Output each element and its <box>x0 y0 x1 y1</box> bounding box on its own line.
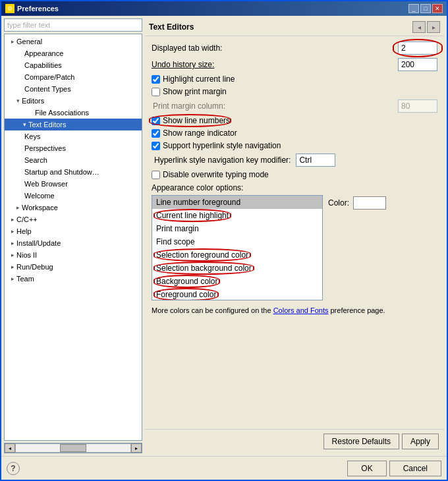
bottom-bar: ? OK Cancel <box>1 456 447 480</box>
cancel-button[interactable]: Cancel <box>389 461 441 476</box>
tree-item-general[interactable]: ▸ General <box>5 36 142 47</box>
show-range-checkbox[interactable] <box>152 129 160 138</box>
right-panel-title: Text Editors <box>149 22 194 32</box>
color-item-selection-bg[interactable]: Selection background color <box>152 262 322 275</box>
show-line-numbers-checkbox[interactable] <box>152 117 160 125</box>
expander-general: ▸ <box>9 38 16 45</box>
scroll-left-btn[interactable]: ◂ <box>5 443 15 453</box>
tree-item-capabilities[interactable]: Capabilities <box>5 59 142 71</box>
undo-label: Undo history size: <box>152 60 214 69</box>
print-margin-input[interactable] <box>398 99 437 113</box>
tree-item-workspace[interactable]: ▸ Workspace <box>5 202 142 213</box>
expander-appearance <box>16 49 24 57</box>
title-bar-left: ⚙ Preferences <box>5 4 59 13</box>
show-range-label: Show range indicator <box>163 128 237 138</box>
preferences-window: ⚙ Preferences _ □ ✕ ▸ General <box>0 0 448 481</box>
tree-item-team[interactable]: ▸ Team <box>5 273 142 285</box>
apply-button[interactable]: Apply <box>402 434 439 449</box>
hyperlink-nav-label: Support hyperlink style navigation <box>163 141 281 150</box>
color-item-selection-fg[interactable]: Selection foreground color <box>152 248 322 262</box>
show-print-margin-row: Show print margin <box>152 87 437 96</box>
close-button[interactable]: ✕ <box>432 4 443 13</box>
content-area: ▸ General Appearance Capabilities <box>1 16 447 456</box>
color-right-panel: Color: <box>328 195 386 210</box>
left-panel: ▸ General Appearance Capabilities <box>4 18 142 453</box>
help-icon[interactable]: ? <box>7 462 20 475</box>
undo-input[interactable] <box>398 58 437 71</box>
ok-button[interactable]: OK <box>347 461 386 476</box>
right-footer: Restore Defaults Apply <box>145 429 444 453</box>
color-swatch[interactable] <box>353 196 386 210</box>
tree-item-content-types[interactable]: Content Types <box>5 83 142 95</box>
scroll-right-btn[interactable]: ▸ <box>131 443 142 453</box>
tree-label-team: Team <box>16 275 34 283</box>
color-section-label: Appearance color options: <box>152 183 437 192</box>
tree-item-cpp[interactable]: ▸ C/C++ <box>5 213 142 225</box>
disable-overwrite-checkbox[interactable] <box>152 171 160 179</box>
colors-and-fonts-link[interactable]: Colors and Fonts <box>273 306 329 314</box>
expander-run-debug: ▸ <box>9 263 16 271</box>
show-print-margin-checkbox[interactable] <box>152 88 160 96</box>
show-range-row: Show range indicator <box>152 128 437 138</box>
minimize-button[interactable]: _ <box>408 4 419 13</box>
nav-buttons: ◂ ▸ <box>412 21 440 33</box>
hyperlink-modifier-row: Hyperlink style navigation key modifier: <box>154 154 437 167</box>
tab-width-input[interactable] <box>398 42 437 55</box>
color-label: Color: <box>328 198 349 208</box>
tab-width-row: Displayed tab width: <box>152 42 437 55</box>
tree-label-capabilities: Capabilities <box>24 61 62 69</box>
expander-nios2: ▸ <box>9 251 16 259</box>
hyperlink-nav-checkbox[interactable] <box>152 142 160 150</box>
tree-item-text-editors[interactable]: ▾ Text Editors <box>5 119 142 130</box>
tree-label-general: General <box>16 38 42 45</box>
nav-forward-button[interactable]: ▸ <box>427 21 440 33</box>
tree-item-file-assoc[interactable]: File Associations <box>5 107 142 119</box>
tree-item-run-debug[interactable]: ▸ Run/Debug <box>5 261 142 273</box>
tree-label-startup: Startup and Shutdow… <box>24 168 99 176</box>
filter-input[interactable] <box>4 18 142 32</box>
color-item-foreground[interactable]: Foreground color <box>152 288 322 300</box>
tree-item-compare[interactable]: Compare/Patch <box>5 71 142 83</box>
tree-label-keys: Keys <box>24 132 40 140</box>
show-line-numbers-label: Show line numbers <box>163 116 230 125</box>
maximize-button[interactable]: □ <box>420 4 431 13</box>
expander-capabilities <box>16 61 24 69</box>
color-options-container: Line number foreground Current line high… <box>152 195 437 300</box>
tree-item-keys[interactable]: Keys <box>5 130 142 142</box>
show-line-numbers-row: Show line numbers <box>152 116 437 125</box>
highlight-line-checkbox[interactable] <box>152 75 160 84</box>
color-item-current-line[interactable]: Current line highlight <box>152 209 322 222</box>
expander-file-assoc <box>27 109 35 117</box>
tree-item-help[interactable]: ▸ Help <box>5 225 142 237</box>
color-item-line-number-fg[interactable]: Line number foreground <box>152 196 322 209</box>
nav-back-button[interactable]: ◂ <box>412 21 426 33</box>
hyperlink-modifier-input[interactable] <box>296 154 335 167</box>
tree-item-editors[interactable]: ▾ Editors <box>5 95 142 107</box>
tree-item-perspectives[interactable]: Perspectives <box>5 142 142 154</box>
title-bar: ⚙ Preferences _ □ ✕ <box>1 1 447 16</box>
color-item-find-scope[interactable]: Find scope <box>152 235 322 248</box>
hyperlink-modifier-label: Hyperlink style navigation key modifier: <box>154 156 291 165</box>
tree-label-compare: Compare/Patch <box>24 73 74 81</box>
tree-label-appearance: Appearance <box>24 49 63 57</box>
restore-defaults-button[interactable]: Restore Defaults <box>323 434 399 449</box>
title-buttons: _ □ ✕ <box>408 4 443 13</box>
tree-item-nios2[interactable]: ▸ Nios II <box>5 249 142 261</box>
expander-install: ▸ <box>9 239 16 247</box>
expander-text-editors: ▾ <box>20 121 28 128</box>
scroll-track[interactable] <box>15 443 131 453</box>
tree-item-welcome[interactable]: Welcome <box>5 190 142 202</box>
tree-item-startup[interactable]: Startup and Shutdow… <box>5 166 142 178</box>
color-label-row: Color: <box>328 196 386 210</box>
tree-item-web-browser[interactable]: Web Browser <box>5 178 142 190</box>
color-item-background[interactable]: Background color <box>152 275 322 288</box>
expander-editors: ▾ <box>14 97 22 105</box>
tree-item-install[interactable]: ▸ Install/Update <box>5 237 142 249</box>
tab-width-label: Displayed tab width: <box>152 43 222 53</box>
tree-label-cpp: C/C++ <box>16 215 38 223</box>
tree-item-search[interactable]: Search <box>5 154 142 166</box>
tree-label-help: Help <box>16 227 32 235</box>
color-item-print-margin[interactable]: Print margin <box>152 222 322 235</box>
tree-item-appearance[interactable]: Appearance <box>5 47 142 59</box>
undo-row: Undo history size: <box>152 58 437 71</box>
